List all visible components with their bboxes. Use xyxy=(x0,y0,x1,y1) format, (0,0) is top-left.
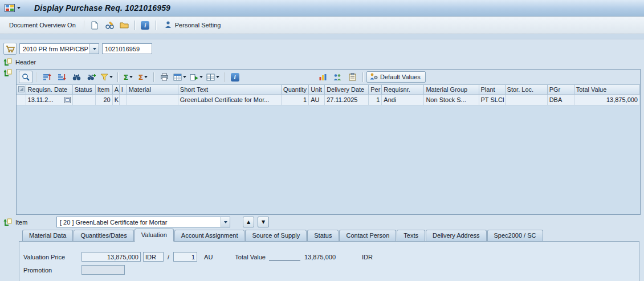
document-number-input[interactable] xyxy=(102,43,152,54)
find-next-icon[interactable] xyxy=(84,71,98,83)
item-overview-grid: Σ Σ i Default Values xyxy=(16,69,641,215)
item-overview-section: Σ Σ i Default Values xyxy=(3,69,644,215)
column-header-status[interactable]: Status xyxy=(72,85,95,95)
next-item-button[interactable]: ▼ xyxy=(258,217,269,227)
tab-material-data[interactable]: Material Data xyxy=(22,230,73,241)
sort-ascending-icon[interactable] xyxy=(40,71,54,83)
tab-spec2000-sc[interactable]: Spec2000 / SC xyxy=(487,230,543,241)
dropdown-arrow-icon[interactable] xyxy=(89,44,99,54)
tab-source-of-supply[interactable]: Source of Supply xyxy=(245,230,307,241)
find-icon[interactable] xyxy=(70,71,83,83)
column-header-delivery-date[interactable]: Delivery Date xyxy=(325,85,369,95)
document-type-select[interactable]: 2010 PR frm MRP/CBP xyxy=(19,43,99,54)
collapse-item-detail-icon[interactable] xyxy=(3,218,12,226)
table-row[interactable]: 13.11.2... 20 K GreenLabel Certificate f… xyxy=(17,95,640,105)
cell-item[interactable]: 20 xyxy=(95,95,112,105)
item-select[interactable]: [ 20 ] GreenLabel Certificate for Mortar xyxy=(56,217,230,227)
column-header-item[interactable]: Item xyxy=(95,85,112,95)
dropdown-arrow-icon[interactable] xyxy=(216,76,219,78)
grid-toolbar: Σ Σ i Default Values xyxy=(17,70,640,85)
people-icon[interactable] xyxy=(331,71,344,83)
cell-a[interactable]: K xyxy=(112,95,119,105)
document-overview-button[interactable]: Document Overview On xyxy=(5,19,80,31)
select-all-button[interactable] xyxy=(17,85,26,95)
column-header-material-group[interactable]: Material Group xyxy=(424,85,479,95)
cell-short-text[interactable]: GreenLabel Certificate for Mor... xyxy=(178,95,281,105)
tab-texts[interactable]: Texts xyxy=(397,230,425,241)
column-header-requisnr[interactable]: Requisnr. xyxy=(382,85,424,95)
details-icon[interactable] xyxy=(19,71,32,83)
column-header-a[interactable]: A xyxy=(112,85,119,95)
cell-material[interactable] xyxy=(127,95,178,105)
currency-field[interactable]: IDR xyxy=(143,252,164,262)
cell-per[interactable]: 1 xyxy=(369,95,382,105)
column-header-quantity[interactable]: Quantity xyxy=(282,85,309,95)
dropdown-arrow-icon[interactable] xyxy=(221,217,230,227)
tab-contact-person[interactable]: Contact Person xyxy=(339,230,396,241)
purchase-req-cart-icon[interactable] xyxy=(3,43,17,55)
cell-delivery-date[interactable]: 27.11.2025 xyxy=(325,95,369,105)
layout-icon[interactable] xyxy=(205,71,221,83)
tab-quantities-dates[interactable]: Quantities/Dates xyxy=(74,230,133,241)
info-icon[interactable]: i xyxy=(138,19,152,31)
export-icon[interactable] xyxy=(189,71,204,83)
column-header-requisn-date[interactable]: Requisn. Date xyxy=(26,85,72,95)
cell-quantity[interactable]: 1 xyxy=(282,95,309,105)
column-header-plant[interactable]: Plant xyxy=(479,85,505,95)
column-header-material[interactable]: Material xyxy=(127,85,178,95)
toolbar-separator xyxy=(153,72,154,82)
subtotal-icon[interactable]: Σ xyxy=(136,71,150,83)
column-header-total-value[interactable]: Total Value xyxy=(574,85,639,95)
views-icon[interactable] xyxy=(172,71,188,83)
print-icon[interactable] xyxy=(157,71,171,83)
dropdown-arrow-icon[interactable] xyxy=(109,76,113,78)
collapse-items-icon[interactable] xyxy=(3,69,12,77)
date-detail-icon[interactable] xyxy=(64,97,71,103)
cell-plant[interactable]: PT SLCI xyxy=(479,95,505,105)
chart-icon[interactable] xyxy=(316,71,329,83)
cell-requisn-date[interactable]: 13.11.2... xyxy=(26,95,72,105)
row-select-button[interactable] xyxy=(17,95,26,105)
app-icon[interactable] xyxy=(5,4,15,12)
cell-requisnr[interactable]: Andi xyxy=(382,95,424,105)
previous-item-button[interactable]: ▲ xyxy=(243,217,254,227)
valuation-price-field[interactable]: 13,875,000 xyxy=(81,252,141,262)
promotion-field[interactable] xyxy=(81,265,125,275)
tab-status[interactable]: Status xyxy=(307,230,339,241)
cell-pgr[interactable]: DBA xyxy=(547,95,574,105)
dropdown-arrow-icon[interactable] xyxy=(129,76,133,78)
default-values-label: Default Values xyxy=(380,74,421,80)
filter-icon[interactable] xyxy=(99,71,114,83)
cell-stor-loc[interactable] xyxy=(505,95,547,105)
column-header-short-text[interactable]: Short Text xyxy=(178,85,281,95)
toolbar-separator xyxy=(36,72,36,82)
column-header-i[interactable]: I xyxy=(119,85,127,95)
cell-material-group[interactable]: Non Stock S... xyxy=(424,95,479,105)
info-icon[interactable]: i xyxy=(228,71,242,83)
clipboard-icon[interactable] xyxy=(345,71,359,83)
column-header-pgr[interactable]: PGr xyxy=(547,85,574,95)
cell-i[interactable] xyxy=(119,95,127,105)
cell-status[interactable] xyxy=(72,95,95,105)
column-header-stor-loc[interactable]: Stor. Loc. xyxy=(505,85,547,95)
cell-total-value[interactable]: 13,875,000 xyxy=(574,95,639,105)
tab-account-assignment[interactable]: Account Assignment xyxy=(174,230,245,241)
collapse-header-icon[interactable] xyxy=(3,58,12,66)
other-document-icon[interactable] xyxy=(117,19,131,31)
column-header-per[interactable]: Per xyxy=(369,85,382,95)
sort-descending-icon[interactable] xyxy=(55,71,68,83)
dropdown-arrow-icon[interactable] xyxy=(183,76,186,78)
system-menu-arrow-icon[interactable] xyxy=(17,7,21,9)
dropdown-arrow-icon[interactable] xyxy=(144,76,148,78)
personal-setting-button[interactable]: Personal Setting xyxy=(160,18,226,32)
create-document-icon[interactable] xyxy=(88,19,101,31)
price-unit-field[interactable]: 1 xyxy=(173,252,197,262)
dropdown-arrow-icon[interactable] xyxy=(199,76,203,78)
default-values-button[interactable]: Default Values xyxy=(366,71,426,83)
display-change-icon[interactable] xyxy=(103,19,116,31)
sum-icon[interactable]: Σ xyxy=(121,71,135,83)
cell-unit[interactable]: AU xyxy=(309,95,325,105)
tab-delivery-address[interactable]: Delivery Address xyxy=(426,230,487,241)
tab-valuation[interactable]: Valuation xyxy=(134,229,174,242)
column-header-unit[interactable]: Unit xyxy=(309,85,325,95)
